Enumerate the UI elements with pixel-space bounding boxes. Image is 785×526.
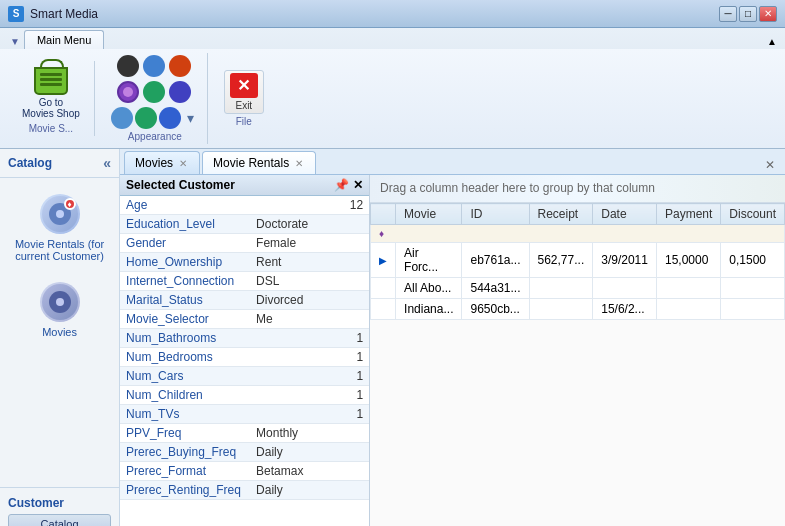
cell-discount	[721, 278, 785, 299]
close-button[interactable]: ✕	[759, 6, 777, 22]
sidebar-item-movie-rentals[interactable]: ♦ Movie Rentals (for current Customer)	[8, 186, 111, 270]
data-table: MovieIDReceiptDatePaymentDiscount ♦▶Air …	[370, 203, 785, 320]
ribbon-menu-icon[interactable]: ▼	[6, 34, 24, 49]
content-area: Movies ✕ Movie Rentals ✕ ✕ Selected Cust…	[120, 149, 785, 526]
customer-field-name: Prerec_Buying_Freq	[120, 443, 250, 462]
basket-icon	[35, 65, 67, 97]
table-row[interactable]: ▶Air Forc...eb761a...562,77...3/9/201115…	[371, 243, 785, 278]
ribbon: ▼ Main Menu ▲ Go toMovies Shop	[0, 28, 785, 149]
customer-field-name: Num_Bedrooms	[120, 348, 250, 367]
ribbon-minimize-button[interactable]: ▲	[761, 34, 783, 49]
customer-row: PPV_FreqMonthly	[120, 424, 369, 443]
tab-movie-rentals-close[interactable]: ✕	[293, 157, 305, 169]
tab-movie-rentals[interactable]: Movie Rentals ✕	[202, 151, 316, 174]
customer-field-name: Gender	[120, 234, 250, 253]
cell-movie: Air Forc...	[396, 243, 462, 278]
table-header-receipt[interactable]: Receipt	[529, 204, 593, 225]
group-hint-text: Drag a column header here to group by th…	[380, 181, 655, 195]
sidebar-nav: ♦ Movie Rentals (for current Customer) M…	[0, 178, 119, 487]
customer-field-value: 1	[250, 329, 369, 348]
customer-row: Num_TVs1	[120, 405, 369, 424]
cell-id: 9650cb...	[462, 299, 529, 320]
appearance-icons	[117, 55, 193, 105]
exit-button[interactable]: ✕ Exit	[224, 70, 264, 114]
sidebar-customer-label: Customer	[8, 492, 111, 514]
data-table-container[interactable]: MovieIDReceiptDatePaymentDiscount ♦▶Air …	[370, 203, 785, 526]
customer-field-name: Education_Level	[120, 215, 250, 234]
appearance-icon-8[interactable]	[135, 107, 157, 129]
sidebar-item-movies[interactable]: Movies	[8, 274, 111, 346]
customer-field-name: Prerec_Renting_Freq	[120, 481, 250, 500]
tab-movies[interactable]: Movies ✕	[124, 151, 200, 174]
exit-icon: ✕	[230, 73, 258, 98]
row-expand-arrow[interactable]	[371, 299, 396, 320]
appearance-expand-button[interactable]: ▾	[183, 107, 199, 129]
exit-label: Exit	[235, 100, 252, 111]
go-to-movies-shop-button[interactable]: Go toMovies Shop	[16, 63, 86, 121]
customer-panel-title: Selected Customer	[126, 178, 235, 192]
main-area: Catalog « ♦ Movie Rentals (for current C…	[0, 149, 785, 526]
customer-field-name: Age	[120, 196, 250, 215]
ribbon-group-movies-shop: Go toMovies Shop Movie S...	[8, 61, 95, 136]
minimize-button[interactable]: ─	[719, 6, 737, 22]
customer-field-value: 12	[250, 196, 369, 215]
tab-movies-label: Movies	[135, 156, 173, 170]
app-icon: S	[8, 6, 24, 22]
customer-row: GenderFemale	[120, 234, 369, 253]
customer-row: Marital_StatusDivorced	[120, 291, 369, 310]
appearance-group-label: Appearance	[128, 131, 182, 142]
customer-row: Prerec_Buying_FreqDaily	[120, 443, 369, 462]
row-expand-arrow[interactable]	[371, 278, 396, 299]
cell-date	[593, 278, 657, 299]
ribbon-tabs: ▼ Main Menu ▲	[0, 28, 785, 49]
appearance-icon-6[interactable]	[169, 81, 191, 103]
appearance-icon-3[interactable]	[169, 55, 191, 77]
file-group-label: File	[236, 116, 252, 127]
cell-discount	[721, 299, 785, 320]
row-expand-arrow[interactable]: ▶	[371, 243, 396, 278]
customer-field-value: Me	[250, 310, 369, 329]
customer-field-value: 1	[250, 367, 369, 386]
customer-panel-header: Selected Customer 📌 ✕	[120, 175, 369, 196]
customer-panel: Selected Customer 📌 ✕ Age12Education_Lev…	[120, 175, 370, 526]
cell-payment: 15,0000	[656, 243, 720, 278]
customer-field-name: Prerec_Format	[120, 462, 250, 481]
ribbon-content: Go toMovies Shop Movie S...	[0, 49, 785, 148]
appearance-icon-7[interactable]	[111, 107, 133, 129]
sidebar-catalog-button[interactable]: Catalog	[8, 514, 111, 526]
sidebar-footer: Customer Catalog ▼	[0, 487, 119, 526]
cell-date: 3/9/2011	[593, 243, 657, 278]
appearance-icon-4[interactable]	[117, 81, 139, 103]
tab-movie-rentals-label: Movie Rentals	[213, 156, 289, 170]
group-header-area: Drag a column header here to group by th…	[370, 175, 785, 203]
table-header-movie[interactable]: Movie	[396, 204, 462, 225]
sidebar-collapse-button[interactable]: «	[103, 155, 111, 171]
table-header-date[interactable]: Date	[593, 204, 657, 225]
ribbon-group-appearance: ▾ Appearance	[103, 53, 208, 144]
appearance-icon-2[interactable]	[143, 55, 165, 77]
appearance-icon-5[interactable]	[143, 81, 165, 103]
tab-movies-close[interactable]: ✕	[177, 157, 189, 169]
customer-row: Prerec_FormatBetamax	[120, 462, 369, 481]
cell-discount: 0,1500	[721, 243, 785, 278]
appearance-icon-1[interactable]	[117, 55, 139, 77]
table-row[interactable]: Indiana...9650cb...15/6/2...	[371, 299, 785, 320]
table-row[interactable]: All Abo...544a31...	[371, 278, 785, 299]
panel-close-button[interactable]: ✕	[353, 178, 363, 192]
movies-icon	[40, 282, 80, 322]
customer-field-name: Home_Ownership	[120, 253, 250, 272]
table-header-payment[interactable]: Payment	[656, 204, 720, 225]
customer-field-value: Female	[250, 234, 369, 253]
table-header-expand	[371, 204, 396, 225]
maximize-button[interactable]: □	[739, 6, 757, 22]
cell-movie: All Abo...	[396, 278, 462, 299]
panel-pin-button[interactable]: 📌	[334, 178, 349, 192]
appearance-icon-9[interactable]	[159, 107, 181, 129]
customer-field-value: Rent	[250, 253, 369, 272]
customer-row: Movie_SelectorMe	[120, 310, 369, 329]
table-header-id[interactable]: ID	[462, 204, 529, 225]
tab-bar-close-button[interactable]: ✕	[759, 156, 781, 174]
ribbon-tab-main-menu[interactable]: Main Menu	[24, 30, 104, 49]
table-header-discount[interactable]: Discount	[721, 204, 785, 225]
cell-payment	[656, 278, 720, 299]
